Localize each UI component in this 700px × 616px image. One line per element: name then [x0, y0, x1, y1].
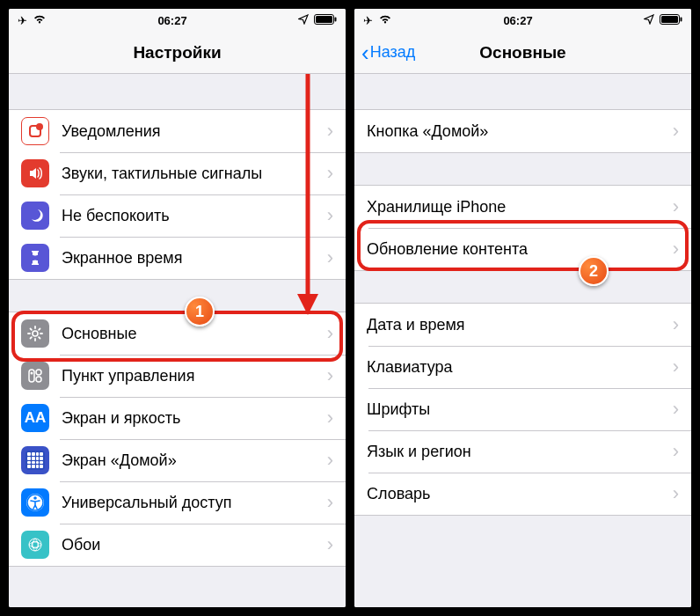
row-sounds[interactable]: Звуки, тактильные сигналы › [9, 152, 346, 194]
chevron-right-icon: › [673, 195, 679, 218]
svg-rect-18 [661, 16, 678, 23]
svg-point-8 [36, 370, 41, 375]
nav-header: Настройки [9, 32, 346, 74]
row-notifications[interactable]: Уведомления › [9, 110, 346, 152]
general-group-2: Хранилище iPhone › Обновление контента › [354, 185, 691, 271]
left-phone: ✈ 06:27 Настройки Ув [7, 7, 347, 609]
chevron-right-icon: › [327, 162, 333, 185]
control-center-icon [21, 362, 49, 390]
back-button[interactable]: ‹ Назад [361, 41, 415, 64]
status-bar: ✈ 06:27 [9, 9, 346, 32]
status-time: 06:27 [157, 14, 186, 27]
back-label: Назад [370, 43, 416, 62]
general-group-1: Кнопка «Домой» › [354, 109, 691, 153]
row-label: Словарь [367, 485, 673, 503]
chevron-right-icon: › [673, 120, 679, 143]
page-title: Основные [479, 43, 565, 62]
row-label: Уведомления [62, 122, 327, 141]
accessibility-icon [21, 488, 49, 517]
home-screen-icon [21, 446, 49, 474]
chevron-left-icon: ‹ [361, 41, 369, 64]
row-home-button[interactable]: Кнопка «Домой» › [354, 110, 691, 152]
row-label: Универсальный доступ [62, 494, 327, 512]
nav-header: ‹ Назад Основные [354, 32, 691, 74]
row-label: Обои [62, 536, 327, 554]
chevron-right-icon: › [327, 120, 333, 143]
settings-group-2: Основные › Пункт управления › AA Экран и… [9, 312, 346, 567]
row-datetime[interactable]: Дата и время › [354, 304, 691, 346]
chevron-right-icon: › [327, 533, 333, 556]
wallpaper-icon [21, 531, 49, 559]
row-label: Экранное время [62, 249, 327, 268]
row-label: Обновление контента [367, 240, 673, 259]
svg-point-9 [36, 377, 41, 382]
row-accessibility[interactable]: Универсальный доступ › [9, 481, 346, 524]
row-label: Основные [62, 325, 327, 343]
row-wallpaper[interactable]: Обои › [9, 524, 346, 566]
row-label: Хранилище iPhone [367, 198, 673, 216]
settings-content: Уведомления › Звуки, тактильные сигналы … [9, 74, 346, 607]
location-icon [644, 14, 654, 27]
screenshot-container: ✈ 06:27 Настройки Ув [5, 5, 695, 611]
chevron-right-icon: › [327, 491, 333, 514]
svg-point-12 [33, 496, 37, 500]
svg-rect-2 [335, 17, 337, 21]
row-label: Шрифты [367, 400, 673, 419]
chevron-right-icon: › [327, 204, 333, 227]
row-dnd[interactable]: Не беспокоить › [9, 194, 346, 237]
row-language-region[interactable]: Язык и регион › [354, 430, 691, 473]
row-keyboard[interactable]: Клавиатура › [354, 346, 691, 388]
airplane-icon: ✈ [363, 14, 373, 27]
airplane-icon: ✈ [18, 14, 27, 27]
chevron-right-icon: › [673, 398, 679, 421]
settings-group-1: Уведомления › Звуки, тактильные сигналы … [9, 109, 346, 280]
chevron-right-icon: › [673, 482, 679, 505]
chevron-right-icon: › [673, 440, 679, 463]
row-label: Не беспокоить [62, 207, 327, 225]
svg-rect-3 [32, 251, 39, 253]
location-icon [298, 14, 309, 27]
svg-rect-1 [316, 16, 332, 23]
svg-rect-6 [29, 370, 34, 382]
row-control-center[interactable]: Пункт управления › [9, 355, 346, 397]
right-phone: ✈ 06:27 ‹ Назад Основные [353, 7, 693, 609]
row-label: Язык и регион [367, 443, 673, 461]
row-label: Клавиатура [367, 358, 673, 377]
dnd-icon [21, 202, 49, 230]
row-home-screen[interactable]: Экран «Домой» › [9, 439, 346, 481]
page-title: Настройки [133, 43, 221, 62]
chevron-right-icon: › [327, 449, 333, 472]
svg-point-5 [33, 331, 38, 336]
chevron-right-icon: › [327, 364, 333, 387]
row-label: Экран «Домой» [62, 451, 327, 470]
row-label: Кнопка «Домой» [367, 122, 673, 141]
svg-rect-4 [32, 264, 39, 266]
battery-icon [314, 14, 337, 27]
status-time: 06:27 [503, 14, 532, 27]
row-label: Дата и время [367, 316, 673, 334]
battery-icon [660, 14, 682, 27]
notifications-icon [21, 117, 49, 145]
row-label: Пункт управления [62, 367, 327, 385]
chevron-right-icon: › [673, 356, 679, 378]
row-display[interactable]: AA Экран и яркость › [9, 397, 346, 439]
row-general[interactable]: Основные › [9, 312, 346, 355]
row-label: Звуки, тактильные сигналы [62, 165, 327, 183]
row-background-refresh[interactable]: Обновление контента › [354, 228, 691, 270]
row-dictionary[interactable]: Словарь › [354, 473, 691, 515]
screentime-icon [21, 244, 49, 272]
sounds-icon [21, 159, 49, 187]
svg-point-7 [31, 372, 33, 375]
svg-point-13 [29, 539, 41, 551]
chevron-right-icon: › [327, 322, 333, 345]
row-fonts[interactable]: Шрифты › [354, 388, 691, 430]
general-group-3: Дата и время › Клавиатура › Шрифты › Язы… [354, 303, 691, 516]
chevron-right-icon: › [673, 313, 679, 336]
status-bar: ✈ 06:27 [354, 9, 691, 32]
chevron-right-icon: › [327, 246, 333, 269]
svg-rect-19 [681, 17, 682, 21]
general-content: Кнопка «Домой» › Хранилище iPhone › Обно… [354, 74, 691, 607]
general-icon [21, 319, 49, 348]
row-screentime[interactable]: Экранное время › [9, 237, 346, 279]
row-storage[interactable]: Хранилище iPhone › [354, 186, 691, 228]
